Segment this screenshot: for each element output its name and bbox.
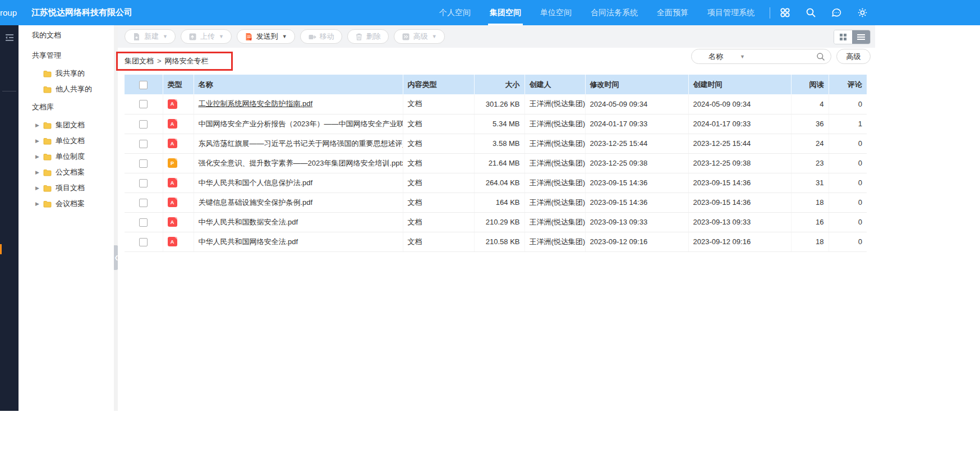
- rail-orange-marker: [0, 244, 2, 254]
- file-name-link[interactable]: 中华人民共和国个人信息保护法.pdf: [199, 178, 313, 187]
- nav-item-project-mgmt[interactable]: 项目管理系统: [698, 0, 764, 25]
- sidebar-item-others-shared[interactable]: 他人共享的: [19, 81, 114, 97]
- file-name-link[interactable]: 中国网络安全产业分析报告（2023年）——中国网络安全产业联盟.pdf: [199, 120, 403, 128]
- nav-item-group-space[interactable]: 集团空间: [480, 0, 531, 25]
- nav-item-contract-legal[interactable]: 合同法务系统: [581, 0, 647, 25]
- grid-view-icon[interactable]: [834, 30, 852, 44]
- expand-arrow-icon[interactable]: ▶: [35, 201, 39, 207]
- menu-fold-icon[interactable]: [4, 32, 15, 43]
- search-icon[interactable]: [805, 7, 816, 19]
- file-name-link[interactable]: 关键信息基础设施安全保护条例.pdf: [199, 198, 313, 207]
- created-time-cell: 2023-09-13 09:33: [688, 212, 791, 232]
- comments-cell: 0: [829, 173, 867, 193]
- move-button[interactable]: 移动: [300, 29, 342, 44]
- file-name-link[interactable]: 中华人民共和国数据安全法.pdf: [199, 218, 298, 226]
- content-type-cell: 文档: [403, 114, 474, 134]
- row-checkbox[interactable]: [139, 218, 148, 227]
- creator-cell: 王洋洲(悦达集团): [524, 153, 585, 173]
- row-checkbox[interactable]: [139, 179, 148, 187]
- sidebar-item-my-documents[interactable]: 我的文档: [19, 25, 114, 45]
- size-cell: 21.64 MB: [474, 153, 524, 173]
- sidebar-scrollbar-track[interactable]: [114, 25, 118, 411]
- file-name-link[interactable]: 强化安全意识、提升数字素养——2023年集团网络安全培训.pptx: [199, 159, 403, 167]
- table-row[interactable]: P强化安全意识、提升数字素养——2023年集团网络安全培训.pptx文档21.6…: [125, 153, 867, 173]
- column-header-creator[interactable]: 创建人: [524, 75, 585, 94]
- send-to-button[interactable]: 发送到▼: [237, 29, 295, 44]
- created-time-cell: 2023-12-25 09:38: [688, 153, 791, 173]
- table-row[interactable]: A中华人民共和国个人信息保护法.pdf文档264.04 KB王洋洲(悦达集团)2…: [125, 173, 867, 193]
- table-row[interactable]: A工业控制系统网络安全防护指南.pdf文档301.26 KB王洋洲(悦达集团)2…: [125, 94, 867, 114]
- expand-arrow-icon[interactable]: ▶: [35, 138, 39, 144]
- send-document-icon: [245, 33, 253, 41]
- table-row[interactable]: A中华人民共和国网络安全法.pdf文档210.58 KB王洋洲(悦达集团)202…: [125, 232, 867, 251]
- breadcrumb-network-security-column[interactable]: 网络安全专栏: [165, 57, 209, 65]
- sidebar-item-my-shared[interactable]: 我共享的: [19, 66, 114, 81]
- nav-item-personal-space[interactable]: 个人空间: [430, 0, 480, 25]
- select-all-checkbox[interactable]: [139, 81, 148, 89]
- expand-arrow-icon[interactable]: ▶: [35, 122, 39, 128]
- comments-cell: 0: [829, 193, 867, 212]
- column-header-created-time[interactable]: 创建时间: [688, 75, 791, 94]
- expand-arrow-icon[interactable]: ▶: [35, 154, 39, 159]
- sidebar-item-label: 会议档案: [56, 199, 85, 209]
- pdf-file-icon: A: [168, 237, 177, 246]
- sidebar-item-group-documents[interactable]: ▶集团文档: [19, 117, 114, 133]
- column-header-reads[interactable]: 阅读: [791, 75, 829, 94]
- sidebar-item-project-documents[interactable]: ▶项目文档: [19, 180, 114, 196]
- column-header-name[interactable]: 名称: [194, 75, 403, 94]
- upload-button[interactable]: 上传▼: [181, 29, 232, 44]
- folder-icon: [43, 169, 52, 176]
- sidebar-item-unit-documents[interactable]: ▶单位文档: [19, 133, 114, 149]
- row-checkbox[interactable]: [139, 199, 148, 207]
- apps-icon[interactable]: [779, 7, 790, 19]
- table-row[interactable]: A关键信息基础设施安全保护条例.pdf文档164 KB王洋洲(悦达集团)2023…: [125, 193, 867, 212]
- logo-text: roup: [0, 8, 17, 17]
- search-field-select[interactable]: 名称 ▼: [692, 52, 745, 62]
- button-label: 高级: [413, 31, 428, 42]
- expand-arrow-icon[interactable]: ▶: [35, 185, 39, 191]
- sidebar-item-official-archives[interactable]: ▶公文档案: [19, 164, 114, 180]
- sidebar-item-share-management[interactable]: 共享管理: [19, 45, 114, 66]
- new-button[interactable]: 新建▼: [125, 29, 176, 44]
- file-name-link[interactable]: 工业控制系统网络安全防护指南.pdf: [199, 99, 313, 108]
- search-submit-icon[interactable]: [816, 52, 825, 61]
- column-header-content-type[interactable]: 内容类型: [403, 75, 474, 94]
- column-header-modified-time[interactable]: 修改时间: [585, 75, 688, 94]
- advanced-search-button[interactable]: 高级: [836, 49, 871, 64]
- creator-cell: 王洋洲(悦达集团): [524, 193, 585, 212]
- message-icon[interactable]: [831, 7, 842, 19]
- sidebar-item-meeting-archives[interactable]: ▶会议档案: [19, 196, 114, 212]
- pdf-file-icon: A: [168, 119, 177, 129]
- nav-item-unit-space[interactable]: 单位空间: [531, 0, 581, 25]
- size-cell: 3.58 MB: [474, 134, 524, 153]
- row-checkbox[interactable]: [139, 120, 148, 129]
- sidebar-item-unit-policies[interactable]: ▶单位制度: [19, 149, 114, 164]
- table-row[interactable]: A东风浩荡红旗展——习近平总书记关于网络强国的重要思想述评_中央网...文档3.…: [125, 134, 867, 153]
- table-row[interactable]: A中国网络安全产业分析报告（2023年）——中国网络安全产业联盟.pdf文档5.…: [125, 114, 867, 134]
- settings-icon[interactable]: [857, 7, 868, 19]
- advanced-button[interactable]: 高级▼: [394, 29, 445, 44]
- row-checkbox[interactable]: [139, 100, 148, 108]
- file-name-link[interactable]: 东风浩荡红旗展——习近平总书记关于网络强国的重要思想述评_中央网...: [199, 139, 403, 148]
- column-header-comments[interactable]: 评论: [829, 75, 867, 94]
- row-checkbox[interactable]: [139, 140, 148, 148]
- column-header-type[interactable]: 类型: [163, 75, 194, 94]
- row-checkbox[interactable]: [139, 238, 148, 246]
- breadcrumb-separator: >: [157, 57, 162, 65]
- chevron-down-icon: ▼: [282, 34, 287, 39]
- row-checkbox[interactable]: [139, 159, 148, 168]
- delete-button[interactable]: 删除: [347, 29, 389, 44]
- created-time-cell: 2023-12-25 15:44: [688, 134, 791, 153]
- expand-arrow-icon[interactable]: ▶: [35, 170, 39, 175]
- column-header-size[interactable]: 大小: [474, 75, 524, 94]
- creator-cell: 王洋洲(悦达集团): [524, 94, 585, 114]
- file-name-link[interactable]: 中华人民共和国网络安全法.pdf: [199, 237, 298, 246]
- breadcrumb-group-documents[interactable]: 集团文档: [125, 57, 154, 65]
- table-row[interactable]: A中华人民共和国数据安全法.pdf文档210.29 KB王洋洲(悦达集团)202…: [125, 212, 867, 232]
- nav-item-budget[interactable]: 全面预算: [647, 0, 698, 25]
- table-header-row: 类型名称内容类型大小创建人修改时间创建时间阅读评论: [125, 75, 867, 94]
- chevron-down-icon: ▼: [163, 34, 168, 39]
- sidebar-item-document-library[interactable]: 文档库: [19, 97, 114, 117]
- modified-time-cell: 2023-09-15 14:36: [585, 173, 688, 193]
- list-view-icon[interactable]: [852, 30, 870, 44]
